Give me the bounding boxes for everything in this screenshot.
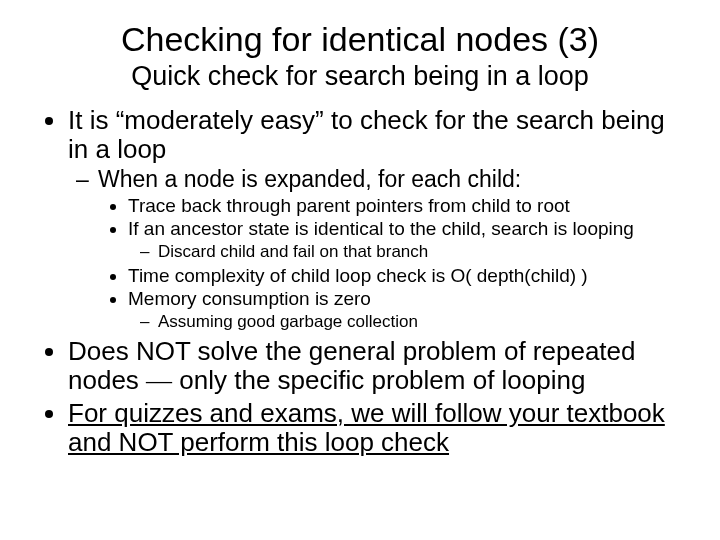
bullet-2-post: only the specific problem of looping [172, 365, 585, 395]
bullet-1a-ii-text: If an ancestor state is identical to the… [128, 218, 634, 239]
bullet-1-text: It is “moderately easy” to check for the… [68, 105, 665, 164]
bullet-1a-ii-1: Discard child and fail on that branch [158, 242, 680, 262]
slide-title: Checking for identical nodes (3) [40, 20, 680, 59]
bullet-list: It is “moderately easy” to check for the… [40, 106, 680, 457]
bullet-1a-i: Trace back through parent pointers from … [128, 195, 680, 218]
bullet-3-text: For quizzes and exams, we will follow yo… [68, 398, 665, 457]
bullet-1a-iv-1: Assuming good garbage collection [158, 312, 680, 332]
bullet-3: For quizzes and exams, we will follow yo… [68, 399, 680, 457]
bullet-1: It is “moderately easy” to check for the… [68, 106, 680, 333]
bullet-2: Does NOT solve the general problem of re… [68, 337, 680, 395]
bullet-1a: When a node is expanded, for each child:… [98, 166, 680, 332]
bullet-1a-ii: If an ancestor state is identical to the… [128, 218, 680, 262]
bullet-2-dash: — [146, 366, 172, 395]
slide-subtitle: Quick check for search being in a loop [40, 61, 680, 92]
bullet-1a-iv-text: Memory consumption is zero [128, 288, 371, 309]
bullet-1a-iv: Memory consumption is zero Assuming good… [128, 288, 680, 332]
bullet-1a-iii: Time complexity of child loop check is O… [128, 265, 680, 288]
bullet-1a-text: When a node is expanded, for each child: [98, 166, 521, 192]
slide: Checking for identical nodes (3) Quick c… [0, 0, 720, 540]
